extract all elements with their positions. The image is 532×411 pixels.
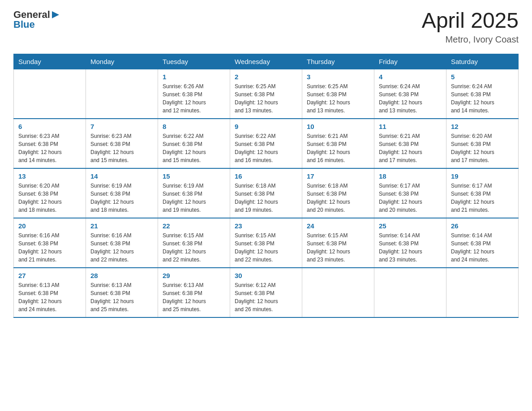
calendar-cell: 2Sunrise: 6:25 AM Sunset: 6:38 PM Daylig… xyxy=(230,69,302,119)
day-number: 8 xyxy=(163,123,225,130)
calendar-cell: 6Sunrise: 6:23 AM Sunset: 6:38 PM Daylig… xyxy=(14,119,86,168)
calendar-cell: 11Sunrise: 6:21 AM Sunset: 6:38 PM Dayli… xyxy=(374,119,446,168)
column-header-friday: Friday xyxy=(374,54,446,69)
day-number: 22 xyxy=(163,222,225,230)
calendar-cell: 4Sunrise: 6:24 AM Sunset: 6:38 PM Daylig… xyxy=(374,69,446,119)
calendar-cell: 16Sunrise: 6:18 AM Sunset: 6:38 PM Dayli… xyxy=(230,168,302,218)
day-number: 27 xyxy=(18,272,81,279)
day-number: 17 xyxy=(307,172,369,180)
calendar-cell: 8Sunrise: 6:22 AM Sunset: 6:38 PM Daylig… xyxy=(158,119,230,168)
day-info: Sunrise: 6:13 AM Sunset: 6:38 PM Dayligh… xyxy=(163,281,225,313)
logo-flag-icon xyxy=(51,10,60,19)
calendar-cell xyxy=(86,69,158,119)
calendar-week-row: 1Sunrise: 6:26 AM Sunset: 6:38 PM Daylig… xyxy=(14,69,519,119)
day-number: 11 xyxy=(379,123,442,130)
title-block: April 2025 Metro, Ivory Coast xyxy=(422,9,519,45)
calendar-cell: 30Sunrise: 6:12 AM Sunset: 6:38 PM Dayli… xyxy=(230,268,302,317)
column-header-sunday: Sunday xyxy=(14,54,86,69)
day-number: 7 xyxy=(90,123,153,130)
calendar-week-row: 13Sunrise: 6:20 AM Sunset: 6:38 PM Dayli… xyxy=(14,168,519,218)
calendar-cell: 14Sunrise: 6:19 AM Sunset: 6:38 PM Dayli… xyxy=(86,168,158,218)
column-header-tuesday: Tuesday xyxy=(158,54,230,69)
day-info: Sunrise: 6:25 AM Sunset: 6:38 PM Dayligh… xyxy=(235,82,297,115)
day-info: Sunrise: 6:23 AM Sunset: 6:38 PM Dayligh… xyxy=(18,132,81,164)
day-info: Sunrise: 6:20 AM Sunset: 6:38 PM Dayligh… xyxy=(18,182,81,214)
page-header: General Blue April 2025 Metro, Ivory Coa… xyxy=(13,9,519,45)
day-info: Sunrise: 6:21 AM Sunset: 6:38 PM Dayligh… xyxy=(379,132,442,164)
calendar-cell xyxy=(14,69,86,119)
calendar-cell: 7Sunrise: 6:23 AM Sunset: 6:38 PM Daylig… xyxy=(86,119,158,168)
day-number: 3 xyxy=(307,73,369,81)
day-info: Sunrise: 6:16 AM Sunset: 6:38 PM Dayligh… xyxy=(90,231,153,264)
day-info: Sunrise: 6:13 AM Sunset: 6:38 PM Dayligh… xyxy=(90,281,153,313)
day-number: 13 xyxy=(18,172,81,180)
day-info: Sunrise: 6:26 AM Sunset: 6:38 PM Dayligh… xyxy=(163,82,225,115)
calendar-cell xyxy=(302,268,374,317)
column-header-thursday: Thursday xyxy=(302,54,374,69)
day-info: Sunrise: 6:24 AM Sunset: 6:38 PM Dayligh… xyxy=(451,82,514,115)
day-number: 2 xyxy=(235,73,297,81)
column-header-wednesday: Wednesday xyxy=(230,54,302,69)
calendar-cell: 12Sunrise: 6:20 AM Sunset: 6:38 PM Dayli… xyxy=(446,119,519,168)
day-number: 5 xyxy=(451,73,514,81)
calendar-cell: 3Sunrise: 6:25 AM Sunset: 6:38 PM Daylig… xyxy=(302,69,374,119)
day-info: Sunrise: 6:17 AM Sunset: 6:38 PM Dayligh… xyxy=(451,182,514,214)
column-header-monday: Monday xyxy=(86,54,158,69)
day-info: Sunrise: 6:25 AM Sunset: 6:38 PM Dayligh… xyxy=(307,82,369,115)
column-header-saturday: Saturday xyxy=(446,54,519,69)
calendar-cell: 20Sunrise: 6:16 AM Sunset: 6:38 PM Dayli… xyxy=(14,218,86,268)
day-number: 9 xyxy=(235,123,297,130)
calendar-cell: 27Sunrise: 6:13 AM Sunset: 6:38 PM Dayli… xyxy=(14,268,86,317)
day-number: 6 xyxy=(18,123,81,130)
day-number: 21 xyxy=(90,222,153,230)
day-number: 1 xyxy=(163,73,225,81)
calendar-cell: 9Sunrise: 6:22 AM Sunset: 6:38 PM Daylig… xyxy=(230,119,302,168)
day-info: Sunrise: 6:24 AM Sunset: 6:38 PM Dayligh… xyxy=(379,82,442,115)
day-info: Sunrise: 6:15 AM Sunset: 6:38 PM Dayligh… xyxy=(307,231,369,264)
day-number: 25 xyxy=(379,222,442,230)
month-year-title: April 2025 xyxy=(422,9,519,33)
day-number: 19 xyxy=(451,172,514,180)
day-number: 26 xyxy=(451,222,514,230)
day-number: 28 xyxy=(90,272,153,279)
calendar-cell: 10Sunrise: 6:21 AM Sunset: 6:38 PM Dayli… xyxy=(302,119,374,168)
day-info: Sunrise: 6:16 AM Sunset: 6:38 PM Dayligh… xyxy=(18,231,81,264)
day-number: 14 xyxy=(90,172,153,180)
day-info: Sunrise: 6:15 AM Sunset: 6:38 PM Dayligh… xyxy=(163,231,225,264)
calendar-cell: 26Sunrise: 6:14 AM Sunset: 6:38 PM Dayli… xyxy=(446,218,519,268)
day-info: Sunrise: 6:18 AM Sunset: 6:38 PM Dayligh… xyxy=(235,182,297,214)
calendar-cell: 21Sunrise: 6:16 AM Sunset: 6:38 PM Dayli… xyxy=(86,218,158,268)
day-info: Sunrise: 6:22 AM Sunset: 6:38 PM Dayligh… xyxy=(235,132,297,164)
day-number: 12 xyxy=(451,123,514,130)
day-info: Sunrise: 6:12 AM Sunset: 6:38 PM Dayligh… xyxy=(235,281,297,313)
logo: General Blue xyxy=(13,9,60,30)
calendar-cell: 22Sunrise: 6:15 AM Sunset: 6:38 PM Dayli… xyxy=(158,218,230,268)
day-number: 10 xyxy=(307,123,369,130)
location-subtitle: Metro, Ivory Coast xyxy=(422,34,519,45)
day-number: 23 xyxy=(235,222,297,230)
day-info: Sunrise: 6:14 AM Sunset: 6:38 PM Dayligh… xyxy=(379,231,442,264)
day-number: 24 xyxy=(307,222,369,230)
day-info: Sunrise: 6:15 AM Sunset: 6:38 PM Dayligh… xyxy=(235,231,297,264)
day-info: Sunrise: 6:23 AM Sunset: 6:38 PM Dayligh… xyxy=(90,132,153,164)
calendar-cell: 15Sunrise: 6:19 AM Sunset: 6:38 PM Dayli… xyxy=(158,168,230,218)
calendar-week-row: 20Sunrise: 6:16 AM Sunset: 6:38 PM Dayli… xyxy=(14,218,519,268)
day-info: Sunrise: 6:19 AM Sunset: 6:38 PM Dayligh… xyxy=(90,182,153,214)
svg-marker-0 xyxy=(52,11,59,18)
calendar-cell: 5Sunrise: 6:24 AM Sunset: 6:38 PM Daylig… xyxy=(446,69,519,119)
calendar-cell xyxy=(446,268,519,317)
day-info: Sunrise: 6:21 AM Sunset: 6:38 PM Dayligh… xyxy=(307,132,369,164)
calendar-cell: 17Sunrise: 6:18 AM Sunset: 6:38 PM Dayli… xyxy=(302,168,374,218)
day-number: 4 xyxy=(379,73,442,81)
calendar-cell: 18Sunrise: 6:17 AM Sunset: 6:38 PM Dayli… xyxy=(374,168,446,218)
day-info: Sunrise: 6:17 AM Sunset: 6:38 PM Dayligh… xyxy=(379,182,442,214)
calendar-cell: 1Sunrise: 6:26 AM Sunset: 6:38 PM Daylig… xyxy=(158,69,230,119)
day-info: Sunrise: 6:13 AM Sunset: 6:38 PM Dayligh… xyxy=(18,281,81,313)
day-info: Sunrise: 6:20 AM Sunset: 6:38 PM Dayligh… xyxy=(451,132,514,164)
calendar-header-row: SundayMondayTuesdayWednesdayThursdayFrid… xyxy=(14,54,519,69)
day-number: 18 xyxy=(379,172,442,180)
calendar-cell: 24Sunrise: 6:15 AM Sunset: 6:38 PM Dayli… xyxy=(302,218,374,268)
day-number: 16 xyxy=(235,172,297,180)
calendar-cell: 28Sunrise: 6:13 AM Sunset: 6:38 PM Dayli… xyxy=(86,268,158,317)
day-info: Sunrise: 6:22 AM Sunset: 6:38 PM Dayligh… xyxy=(163,132,225,164)
